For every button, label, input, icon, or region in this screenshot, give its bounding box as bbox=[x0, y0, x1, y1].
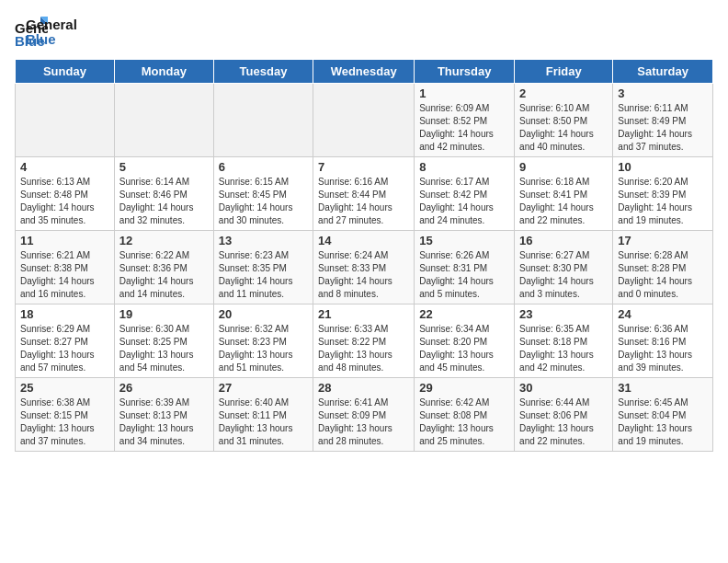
calendar-cell: 31Sunrise: 6:45 AM Sunset: 8:04 PM Dayli… bbox=[613, 378, 713, 452]
day-info: Sunrise: 6:35 AM Sunset: 8:18 PM Dayligh… bbox=[519, 323, 608, 374]
calendar-cell: 20Sunrise: 6:32 AM Sunset: 8:23 PM Dayli… bbox=[213, 304, 313, 378]
calendar-cell: 18Sunrise: 6:29 AM Sunset: 8:27 PM Dayli… bbox=[16, 304, 115, 378]
day-info: Sunrise: 6:36 AM Sunset: 8:16 PM Dayligh… bbox=[618, 323, 708, 374]
calendar-week-row: 1Sunrise: 6:09 AM Sunset: 8:52 PM Daylig… bbox=[16, 84, 713, 157]
calendar-week-row: 18Sunrise: 6:29 AM Sunset: 8:27 PM Dayli… bbox=[16, 304, 713, 378]
day-number: 27 bbox=[219, 381, 308, 395]
day-info: Sunrise: 6:24 AM Sunset: 8:33 PM Dayligh… bbox=[318, 249, 409, 301]
calendar-cell: 2Sunrise: 6:10 AM Sunset: 8:50 PM Daylig… bbox=[515, 84, 613, 157]
day-number: 6 bbox=[219, 160, 308, 174]
calendar-cell: 13Sunrise: 6:23 AM Sunset: 8:35 PM Dayli… bbox=[213, 231, 313, 304]
weekday-header-wednesday: Wednesday bbox=[313, 60, 415, 84]
day-info: Sunrise: 6:28 AM Sunset: 8:28 PM Dayligh… bbox=[618, 249, 708, 301]
calendar-cell: 19Sunrise: 6:30 AM Sunset: 8:25 PM Dayli… bbox=[114, 304, 213, 378]
calendar-cell: 25Sunrise: 6:38 AM Sunset: 8:15 PM Dayli… bbox=[16, 378, 115, 452]
calendar-cell bbox=[213, 84, 313, 157]
calendar-cell bbox=[114, 84, 213, 157]
day-info: Sunrise: 6:39 AM Sunset: 8:13 PM Dayligh… bbox=[119, 396, 209, 448]
day-number: 30 bbox=[519, 381, 608, 395]
calendar-cell: 10Sunrise: 6:20 AM Sunset: 8:39 PM Dayli… bbox=[613, 157, 713, 231]
day-number: 4 bbox=[20, 160, 109, 174]
day-info: Sunrise: 6:41 AM Sunset: 8:09 PM Dayligh… bbox=[318, 396, 409, 448]
calendar-cell: 23Sunrise: 6:35 AM Sunset: 8:18 PM Dayli… bbox=[515, 304, 613, 378]
calendar-cell: 4Sunrise: 6:13 AM Sunset: 8:48 PM Daylig… bbox=[16, 157, 115, 231]
day-number: 19 bbox=[119, 307, 209, 321]
calendar-cell: 26Sunrise: 6:39 AM Sunset: 8:13 PM Dayli… bbox=[114, 378, 213, 452]
day-info: Sunrise: 6:22 AM Sunset: 8:36 PM Dayligh… bbox=[119, 249, 209, 301]
day-info: Sunrise: 6:20 AM Sunset: 8:39 PM Dayligh… bbox=[618, 176, 708, 227]
day-number: 16 bbox=[519, 234, 608, 247]
weekday-header-monday: Monday bbox=[114, 60, 213, 84]
day-number: 1 bbox=[419, 86, 509, 100]
day-number: 7 bbox=[318, 160, 409, 174]
day-number: 12 bbox=[119, 234, 209, 247]
day-number: 14 bbox=[318, 234, 409, 247]
calendar-cell: 28Sunrise: 6:41 AM Sunset: 8:09 PM Dayli… bbox=[313, 378, 415, 452]
day-info: Sunrise: 6:11 AM Sunset: 8:49 PM Dayligh… bbox=[618, 102, 708, 154]
logo-general: General bbox=[26, 17, 77, 33]
day-info: Sunrise: 6:34 AM Sunset: 8:20 PM Dayligh… bbox=[419, 323, 509, 374]
day-number: 3 bbox=[618, 86, 708, 100]
day-info: Sunrise: 6:15 AM Sunset: 8:45 PM Dayligh… bbox=[219, 176, 308, 227]
day-info: Sunrise: 6:45 AM Sunset: 8:04 PM Dayligh… bbox=[618, 396, 708, 448]
day-info: Sunrise: 6:16 AM Sunset: 8:44 PM Dayligh… bbox=[318, 176, 409, 227]
day-number: 22 bbox=[419, 307, 509, 321]
weekday-header-thursday: Thursday bbox=[415, 60, 515, 84]
day-number: 13 bbox=[219, 234, 308, 247]
weekday-header-sunday: Sunday bbox=[16, 60, 115, 84]
logo-blue: Blue bbox=[26, 32, 77, 48]
calendar-week-row: 11Sunrise: 6:21 AM Sunset: 8:38 PM Dayli… bbox=[16, 231, 713, 304]
page-header: General Blue General Blue bbox=[15, 15, 713, 48]
day-info: Sunrise: 6:21 AM Sunset: 8:38 PM Dayligh… bbox=[20, 249, 109, 301]
calendar-cell: 21Sunrise: 6:33 AM Sunset: 8:22 PM Dayli… bbox=[313, 304, 415, 378]
day-info: Sunrise: 6:13 AM Sunset: 8:48 PM Dayligh… bbox=[20, 176, 109, 227]
day-number: 18 bbox=[20, 307, 109, 321]
calendar-cell: 3Sunrise: 6:11 AM Sunset: 8:49 PM Daylig… bbox=[613, 84, 713, 157]
day-number: 15 bbox=[419, 234, 509, 247]
calendar-cell: 27Sunrise: 6:40 AM Sunset: 8:11 PM Dayli… bbox=[213, 378, 313, 452]
day-info: Sunrise: 6:42 AM Sunset: 8:08 PM Dayligh… bbox=[419, 396, 509, 448]
day-number: 28 bbox=[318, 381, 409, 395]
day-info: Sunrise: 6:23 AM Sunset: 8:35 PM Dayligh… bbox=[219, 249, 308, 301]
day-number: 5 bbox=[119, 160, 209, 174]
calendar-table: SundayMondayTuesdayWednesdayThursdayFrid… bbox=[15, 59, 713, 452]
calendar-header-row: SundayMondayTuesdayWednesdayThursdayFrid… bbox=[16, 60, 713, 84]
day-number: 9 bbox=[519, 160, 608, 174]
day-info: Sunrise: 6:27 AM Sunset: 8:30 PM Dayligh… bbox=[519, 249, 608, 301]
day-info: Sunrise: 6:40 AM Sunset: 8:11 PM Dayligh… bbox=[219, 396, 308, 448]
day-number: 26 bbox=[119, 381, 209, 395]
calendar-cell: 30Sunrise: 6:44 AM Sunset: 8:06 PM Dayli… bbox=[515, 378, 613, 452]
day-number: 10 bbox=[618, 160, 708, 174]
day-info: Sunrise: 6:29 AM Sunset: 8:27 PM Dayligh… bbox=[20, 323, 109, 374]
calendar-cell: 22Sunrise: 6:34 AM Sunset: 8:20 PM Dayli… bbox=[415, 304, 515, 378]
day-info: Sunrise: 6:30 AM Sunset: 8:25 PM Dayligh… bbox=[119, 323, 209, 374]
calendar-cell bbox=[16, 84, 115, 157]
calendar-week-row: 4Sunrise: 6:13 AM Sunset: 8:48 PM Daylig… bbox=[16, 157, 713, 231]
calendar-cell: 15Sunrise: 6:26 AM Sunset: 8:31 PM Dayli… bbox=[415, 231, 515, 304]
logo: General Blue General Blue bbox=[15, 15, 77, 48]
calendar-cell: 24Sunrise: 6:36 AM Sunset: 8:16 PM Dayli… bbox=[613, 304, 713, 378]
day-info: Sunrise: 6:44 AM Sunset: 8:06 PM Dayligh… bbox=[519, 396, 608, 448]
day-number: 2 bbox=[519, 86, 608, 100]
calendar-cell: 29Sunrise: 6:42 AM Sunset: 8:08 PM Dayli… bbox=[415, 378, 515, 452]
day-number: 21 bbox=[318, 307, 409, 321]
calendar-week-row: 25Sunrise: 6:38 AM Sunset: 8:15 PM Dayli… bbox=[16, 378, 713, 452]
day-info: Sunrise: 6:26 AM Sunset: 8:31 PM Dayligh… bbox=[419, 249, 509, 301]
day-number: 23 bbox=[519, 307, 608, 321]
day-info: Sunrise: 6:10 AM Sunset: 8:50 PM Dayligh… bbox=[519, 102, 608, 154]
day-info: Sunrise: 6:38 AM Sunset: 8:15 PM Dayligh… bbox=[20, 396, 109, 448]
day-number: 20 bbox=[219, 307, 308, 321]
weekday-header-saturday: Saturday bbox=[613, 60, 713, 84]
day-number: 24 bbox=[618, 307, 708, 321]
day-number: 29 bbox=[419, 381, 509, 395]
day-number: 11 bbox=[20, 234, 109, 247]
day-number: 31 bbox=[618, 381, 708, 395]
calendar-cell: 6Sunrise: 6:15 AM Sunset: 8:45 PM Daylig… bbox=[213, 157, 313, 231]
day-number: 25 bbox=[20, 381, 109, 395]
calendar-cell bbox=[313, 84, 415, 157]
weekday-header-friday: Friday bbox=[515, 60, 613, 84]
day-number: 17 bbox=[618, 234, 708, 247]
calendar-cell: 1Sunrise: 6:09 AM Sunset: 8:52 PM Daylig… bbox=[415, 84, 515, 157]
calendar-cell: 14Sunrise: 6:24 AM Sunset: 8:33 PM Dayli… bbox=[313, 231, 415, 304]
day-info: Sunrise: 6:17 AM Sunset: 8:42 PM Dayligh… bbox=[419, 176, 509, 227]
